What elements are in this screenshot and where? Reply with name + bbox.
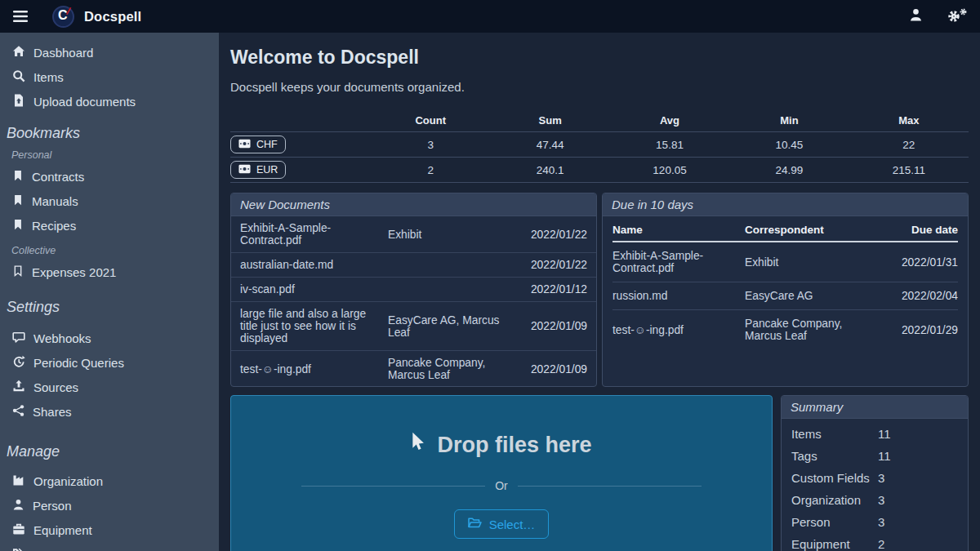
industry-icon <box>12 473 25 489</box>
panel-title: New Documents <box>231 193 596 216</box>
history-icon <box>12 355 25 371</box>
sidebar-item-label: Upload documents <box>33 95 136 109</box>
sidebar-item-upload-documents[interactable]: Upload documents <box>0 89 219 113</box>
list-item: Exhibit-A-Sample-Contract.pdf Exhibit 20… <box>231 216 596 252</box>
sidebar: Dasbhoard Items Upload documents Bookmar… <box>0 33 219 551</box>
sidebar-item-label: Manuals <box>32 194 78 208</box>
sidebar-item-items[interactable]: Items <box>0 64 219 89</box>
summary-label: Custom Fields <box>791 469 878 487</box>
sidebar-item-label: Recipes <box>32 219 76 233</box>
document-correspondent: EasyCare AG, Marcus Leaf <box>388 314 510 339</box>
hamburger-icon[interactable] <box>13 11 28 22</box>
due-panel: Due in 10 days Name Correspondent Due da… <box>602 193 969 387</box>
upload-icon <box>12 380 25 395</box>
section-manage-title: Manage <box>0 443 219 460</box>
sidebar-item-equipment[interactable]: Equipment <box>0 518 219 542</box>
document-link[interactable]: test-☺-ing.pdf <box>612 324 738 336</box>
stat-max: 215.11 <box>849 164 969 176</box>
sidebar-item-tags[interactable]: Tags <box>0 542 219 551</box>
sidebar-item-label: Dasbhoard <box>33 46 93 60</box>
stat-sum: 240.1 <box>490 164 609 176</box>
sidebar-item-organization[interactable]: Organization <box>0 469 219 493</box>
document-link[interactable]: test-☺-ing.pdf <box>240 363 381 375</box>
file-drop-zone[interactable]: Drop files here Or Select… <box>230 395 773 551</box>
sidebar-item-webhooks[interactable]: Webhooks <box>0 326 219 350</box>
summary-label: Organization <box>791 491 878 509</box>
sidebar-item-label: Person <box>33 499 72 513</box>
summary-value: 11 <box>878 425 958 442</box>
section-settings-title: Settings <box>0 299 219 316</box>
stat-min: 10.45 <box>729 139 849 151</box>
currency-badge-eur[interactable]: EUR <box>230 161 286 179</box>
document-link[interactable]: Exhibit-A-Sample-Contract.pdf <box>612 250 738 274</box>
comment-icon <box>12 331 25 346</box>
table-row: Exhibit-A-Sample-Contract.pdf Exhibit 20… <box>612 242 958 282</box>
document-correspondent: Pancake Company, Marcus Leaf <box>745 318 880 342</box>
currency-stats-table: Count Sum Avg Min Max CHF 3 47.44 15.81 … <box>230 109 969 183</box>
summary-row: Equipment 2 <box>782 533 968 551</box>
summary-value: 3 <box>878 513 958 531</box>
currency-badge-chf[interactable]: CHF <box>230 136 286 153</box>
stats-header-avg: Avg <box>610 114 729 127</box>
sidebar-item-label: Contracts <box>32 170 84 184</box>
document-date: 2022/01/09 <box>517 320 587 332</box>
page-title: Welcome to Docspell <box>230 47 969 69</box>
document-link[interactable]: iv-scan.pdf <box>240 283 381 295</box>
top-bar: C/ Docspell <box>0 0 980 33</box>
sidebar-item-sources[interactable]: Sources <box>0 375 219 399</box>
stats-header-row: Count Sum Avg Min Max <box>230 109 969 131</box>
summary-row: Organization 3 <box>782 489 968 511</box>
sidebar-item-label: Webhooks <box>33 331 91 345</box>
folder-open-icon <box>468 517 482 531</box>
sidebar-item-expenses-2021[interactable]: Expenses 2021 <box>0 260 219 284</box>
sidebar-item-manuals[interactable]: Manuals <box>0 189 219 213</box>
bookmark-filled-icon <box>12 218 24 233</box>
sidebar-item-contracts[interactable]: Contracts <box>0 164 219 189</box>
due-date: 2022/01/29 <box>886 324 958 336</box>
app-title: Docspell <box>84 9 141 24</box>
stat-min: 24.99 <box>729 164 849 176</box>
list-item: australian-date.md 2022/01/22 <box>231 252 596 277</box>
sidebar-item-periodic-queries[interactable]: Periodic Queries <box>0 350 219 375</box>
summary-value: 3 <box>878 491 958 509</box>
stat-count: 3 <box>371 139 490 151</box>
bookmark-outline-icon <box>12 264 24 280</box>
sidebar-item-person[interactable]: Person <box>0 493 219 518</box>
document-link[interactable]: australian-date.md <box>240 259 381 271</box>
new-documents-panel: New Documents Exhibit-A-Sample-Contract.… <box>230 193 597 387</box>
panel-title: Due in 10 days <box>603 193 968 216</box>
stat-avg: 15.81 <box>610 139 729 151</box>
document-link[interactable]: Exhibit-A-Sample-Contract.pdf <box>240 222 381 247</box>
table-row: test-☺-ing.pdf Pancake Company, Marcus L… <box>612 309 958 349</box>
stats-header-max: Max <box>849 114 969 127</box>
home-icon <box>12 45 25 60</box>
due-header-correspondent: Correspondent <box>745 224 880 236</box>
sidebar-item-recipes[interactable]: Recipes <box>0 213 219 238</box>
summary-label: Equipment <box>791 535 878 551</box>
user-icon[interactable] <box>909 7 923 25</box>
document-correspondent: Exhibit <box>388 229 510 241</box>
select-files-button[interactable]: Select… <box>454 509 550 539</box>
document-link[interactable]: russion.md <box>612 290 738 302</box>
summary-label: Person <box>791 513 878 531</box>
summary-row: Custom Fields 3 <box>782 467 968 489</box>
docspell-logo[interactable]: C/ <box>52 6 74 28</box>
stats-header-count: Count <box>371 114 490 127</box>
list-item: iv-scan.pdf 2022/01/12 <box>231 277 596 301</box>
summary-value: 2 <box>878 535 958 551</box>
sidebar-item-label: Expenses 2021 <box>32 265 116 279</box>
document-link[interactable]: large file and also a large title just t… <box>240 308 381 344</box>
tags-icon <box>12 547 25 551</box>
summary-row: Items 11 <box>782 423 968 445</box>
due-date: 2022/02/04 <box>886 290 958 302</box>
page-subtitle: Docspell keeps your documents organized. <box>230 80 969 94</box>
sidebar-item-dashboard[interactable]: Dasbhoard <box>0 40 219 64</box>
table-row: EUR 2 240.1 120.05 24.99 215.11 <box>230 157 969 182</box>
search-icon <box>12 69 25 85</box>
document-correspondent: Exhibit <box>745 256 880 269</box>
table-row: russion.md EasyCare AG 2022/02/04 <box>612 282 958 309</box>
sidebar-item-shares[interactable]: Shares <box>0 399 219 424</box>
document-date: 2022/01/22 <box>517 259 587 271</box>
gears-icon[interactable] <box>947 8 967 24</box>
summary-label: Tags <box>791 447 878 464</box>
